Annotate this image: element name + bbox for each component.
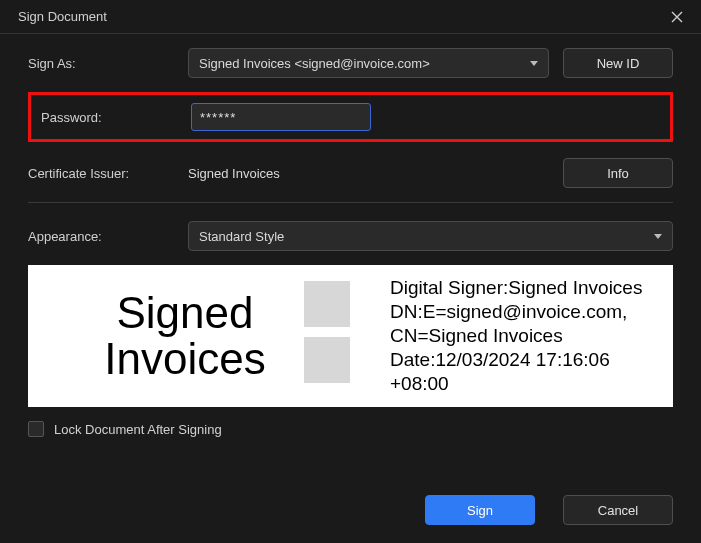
appearance-dropdown[interactable]: Standard Style	[188, 221, 673, 251]
password-highlight: Password:	[28, 92, 673, 142]
appearance-selected: Standard Style	[199, 229, 284, 244]
divider	[28, 202, 673, 203]
sign-as-dropdown[interactable]: Signed Invoices <signed@invoice.com>	[188, 48, 549, 78]
new-id-button[interactable]: New ID	[563, 48, 673, 78]
chevron-down-icon	[654, 234, 662, 239]
preview-watermark	[304, 281, 372, 389]
signature-preview: Signed Invoices Digital Signer:Signed In…	[28, 265, 673, 407]
sign-button[interactable]: Sign	[425, 495, 535, 525]
label-issuer: Certificate Issuer:	[28, 166, 188, 181]
chevron-down-icon	[530, 61, 538, 66]
label-lock: Lock Document After Signing	[54, 422, 222, 437]
preview-details: Digital Signer:Signed Invoices DN:E=sign…	[390, 276, 642, 396]
issuer-value: Signed Invoices	[188, 166, 549, 181]
lock-checkbox[interactable]	[28, 421, 44, 437]
label-password: Password:	[41, 110, 191, 125]
label-appearance: Appearance:	[28, 229, 188, 244]
title-bar: Sign Document	[0, 0, 701, 34]
close-icon[interactable]	[667, 7, 687, 27]
preview-name: Signed Invoices	[40, 290, 330, 382]
dialog-title: Sign Document	[18, 9, 107, 24]
info-button[interactable]: Info	[563, 158, 673, 188]
sign-as-selected: Signed Invoices <signed@invoice.com>	[199, 56, 430, 71]
cancel-button[interactable]: Cancel	[563, 495, 673, 525]
password-input[interactable]	[191, 103, 371, 131]
label-sign-as: Sign As:	[28, 56, 188, 71]
